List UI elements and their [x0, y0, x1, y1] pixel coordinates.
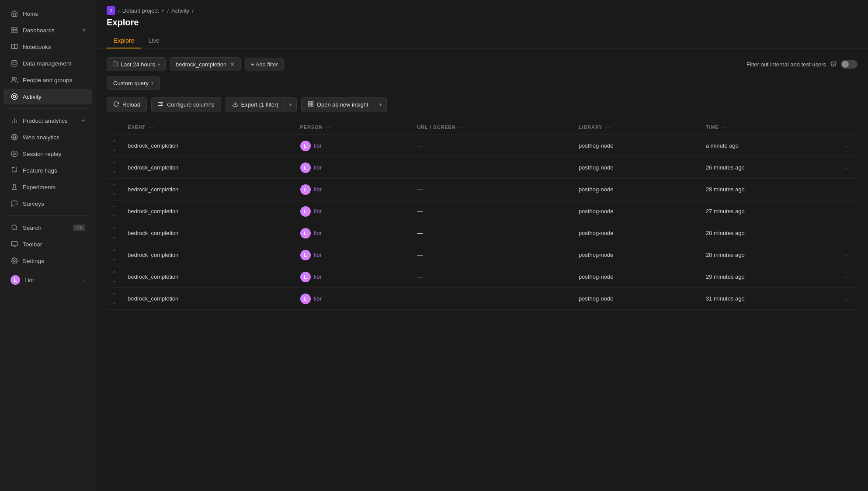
chat-icon — [10, 200, 18, 207]
svg-rect-26 — [113, 62, 118, 66]
expand-icon[interactable]: ⌃ ⌄ — [112, 205, 117, 218]
expand-cell: ⌃ ⌄ — [107, 288, 122, 310]
table-row[interactable]: ⌃ ⌄ bedrock_completion L lior — posthog-… — [107, 157, 858, 179]
expand-icon[interactable]: ⌃ ⌄ — [112, 292, 117, 305]
time-cell: 27 minutes ago — [701, 201, 839, 222]
tab-explore[interactable]: Explore — [107, 34, 141, 48]
time-cell: 31 minutes ago — [701, 288, 839, 310]
sidebar-item-search[interactable]: Search ⌘K — [3, 220, 92, 235]
filter-close-icon[interactable]: ✕ — [230, 61, 235, 68]
export-button[interactable]: Export (1 filter) — [226, 97, 285, 112]
row-menu-icon[interactable]: ··· — [844, 164, 852, 171]
tab-live[interactable]: Live — [141, 34, 167, 48]
expand-icon[interactable]: ⌃ ⌄ — [112, 183, 117, 196]
table-row[interactable]: ⌃ ⌄ bedrock_completion L lior — posthog-… — [107, 179, 858, 201]
time-col-menu[interactable]: ··· — [722, 124, 727, 130]
sidebar-item-settings[interactable]: Settings — [3, 253, 92, 269]
plus-icon[interactable]: + — [81, 117, 85, 124]
table-row[interactable]: ⌃ ⌄ bedrock_completion L lior — posthog-… — [107, 288, 858, 310]
library-col-label: LIBRARY — [579, 124, 603, 130]
url-col-menu[interactable]: ··· — [458, 124, 464, 130]
user-chevron-icon: › — [83, 277, 85, 283]
sidebar-item-experiments[interactable]: Experiments — [3, 179, 92, 195]
sidebar-item-label: Activity — [23, 93, 85, 100]
internal-filter-toggle-switch[interactable] — [841, 60, 858, 69]
sidebar-item-people-groups[interactable]: People and groups — [3, 72, 92, 88]
reload-button[interactable]: Reload — [107, 97, 147, 112]
expand-icon[interactable]: ⌃ ⌄ — [112, 270, 117, 283]
row-menu-icon[interactable]: ··· — [844, 252, 852, 259]
event-filter[interactable]: bedrock_completion ✕ — [170, 57, 241, 71]
export-button-split: Export (1 filter) ▾ — [226, 97, 297, 112]
breadcrumb-dropdown-icon: ▾ — [161, 7, 164, 14]
breadcrumb-section-link[interactable]: Activity — [171, 7, 189, 14]
table-row[interactable]: ⌃ ⌄ bedrock_completion L lior — posthog-… — [107, 135, 858, 157]
sidebar-item-feature-flags[interactable]: Feature flags — [3, 163, 92, 178]
table-row[interactable]: ⌃ ⌄ bedrock_completion L lior — posthog-… — [107, 222, 858, 244]
sidebar-user-item[interactable]: L Lior › — [3, 271, 92, 289]
sidebar-item-activity[interactable]: Activity — [3, 89, 92, 104]
open-insight-button[interactable]: Open as new insight — [302, 97, 375, 112]
row-menu-icon[interactable]: ··· — [844, 142, 852, 149]
table-row[interactable]: ⌃ ⌄ bedrock_completion L lior — posthog-… — [107, 266, 858, 288]
row-actions-cell: ··· — [839, 222, 858, 244]
expand-icon[interactable]: ⌃ ⌄ — [112, 139, 117, 152]
export-dropdown-button[interactable]: ▾ — [285, 97, 296, 112]
person-avatar: L — [300, 141, 311, 151]
table-row[interactable]: ⌃ ⌄ bedrock_completion L lior — posthog-… — [107, 201, 858, 222]
gear-icon[interactable] — [830, 61, 837, 68]
sidebar-item-home[interactable]: Home — [3, 6, 92, 21]
svg-point-17 — [11, 151, 17, 156]
sidebar-item-toolbar[interactable]: Toolbar — [3, 236, 92, 252]
svg-rect-2 — [15, 31, 17, 33]
url-cell: — — [412, 179, 573, 201]
row-menu-icon[interactable]: ··· — [844, 208, 852, 215]
table-row[interactable]: ⌃ ⌄ bedrock_completion L lior — posthog-… — [107, 244, 858, 266]
person-cell: L lior — [295, 244, 412, 266]
time-col-label: TIME — [706, 124, 719, 130]
insight-dropdown-button[interactable]: ▾ — [375, 97, 386, 112]
svg-rect-39 — [311, 102, 313, 104]
svg-line-11 — [16, 94, 17, 95]
library-col-menu[interactable]: ··· — [605, 124, 611, 130]
sidebar-item-notebooks[interactable]: Notebooks — [3, 39, 92, 55]
content-area: Last 24 hours ▾ bedrock_completion ✕ + A… — [96, 48, 868, 491]
home-icon — [10, 10, 18, 17]
sidebar-item-surveys[interactable]: Surveys — [3, 196, 92, 211]
sidebar-item-dashboards[interactable]: Dashboards ▾ — [3, 22, 92, 38]
row-actions-cell: ··· — [839, 266, 858, 288]
row-menu-icon[interactable]: ··· — [844, 295, 852, 302]
events-table: EVENT ··· PERSON ··· URL / SCREEN — [107, 119, 858, 310]
svg-point-25 — [14, 260, 15, 262]
topbar: T / Default project ▾ / Activity / Explo… — [96, 0, 868, 48]
row-menu-icon[interactable]: ··· — [844, 230, 852, 237]
row-menu-icon[interactable]: ··· — [844, 186, 852, 193]
sidebar-item-web-analytics[interactable]: Web analytics — [3, 129, 92, 145]
expand-icon[interactable]: ⌃ ⌄ — [112, 227, 117, 239]
time-range-filter[interactable]: Last 24 hours ▾ — [107, 57, 166, 71]
internal-filter-toggle: Filter out internal and test users — [746, 60, 858, 69]
person-cell: L lior — [295, 201, 412, 222]
custom-query-button[interactable]: Custom query ▾ — [107, 76, 160, 90]
add-filter-button[interactable]: + Add filter — [245, 58, 284, 71]
sidebar-item-session-replay[interactable]: Session replay — [3, 146, 92, 162]
time-cell: a minute ago — [701, 135, 839, 157]
person-col-menu[interactable]: ··· — [325, 124, 331, 130]
row-menu-icon[interactable]: ··· — [844, 273, 852, 280]
svg-point-35 — [161, 104, 162, 104]
expand-icon[interactable]: ⌃ ⌄ — [112, 249, 117, 261]
expand-icon[interactable]: ⌃ ⌄ — [112, 161, 117, 174]
breadcrumb-project-link[interactable]: Default project — [122, 7, 159, 14]
configure-columns-button[interactable]: Configure columns — [151, 97, 221, 112]
query-dropdown-icon: ▾ — [151, 81, 153, 86]
insight-chevron-icon: ▾ — [379, 102, 382, 107]
person-name: lior — [314, 186, 322, 193]
sidebar-item-product-analytics[interactable]: Product analytics + — [3, 113, 92, 128]
event-col-menu[interactable]: ··· — [148, 124, 154, 130]
expand-cell: ⌃ ⌄ — [107, 266, 122, 288]
person-avatar: L — [300, 163, 311, 173]
svg-point-7 — [13, 95, 15, 97]
svg-rect-3 — [12, 31, 14, 33]
sidebar-item-label: Toolbar — [23, 241, 85, 248]
sidebar-item-data-management[interactable]: Data management — [3, 55, 92, 71]
